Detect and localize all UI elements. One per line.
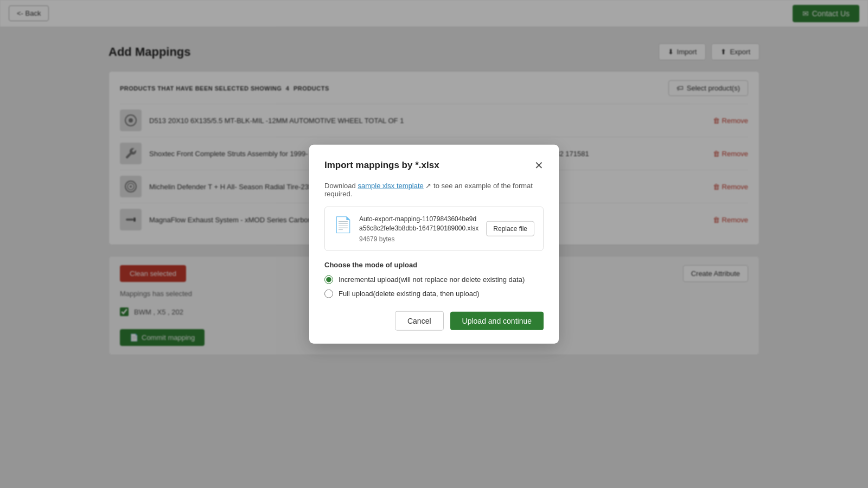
- modal-close-button[interactable]: ✕: [534, 160, 544, 171]
- full-upload-label: Full upload(delete existing data, then u…: [339, 290, 479, 298]
- replace-file-button[interactable]: Replace file: [486, 221, 534, 236]
- modal-header: Import mappings by *.xlsx ✕: [324, 160, 544, 171]
- full-upload-radio[interactable]: [324, 289, 333, 298]
- cancel-button[interactable]: Cancel: [395, 311, 444, 330]
- incremental-label: Incremental upload(will not replace nor …: [339, 275, 525, 284]
- file-preview: 📄 Auto-export-mapping-11079843604be9da56…: [324, 207, 544, 251]
- import-modal: Import mappings by *.xlsx ✕ Download sam…: [309, 145, 559, 344]
- modal-footer: Cancel Upload and continue: [324, 311, 544, 330]
- incremental-upload-option[interactable]: Incremental upload(will not replace nor …: [324, 275, 544, 284]
- file-size: 94679 bytes: [359, 235, 480, 242]
- modal-title: Import mappings by *.xlsx: [324, 160, 439, 171]
- full-upload-option[interactable]: Full upload(delete existing data, then u…: [324, 289, 544, 298]
- incremental-radio[interactable]: [324, 275, 333, 284]
- file-icon: 📄: [334, 216, 353, 234]
- upload-mode-label: Choose the mode of upload: [324, 260, 544, 268]
- file-info: Auto-export-mapping-11079843604be9da56c8…: [359, 215, 480, 243]
- external-link-icon: ↗: [425, 182, 431, 190]
- upload-continue-button[interactable]: Upload and continue: [450, 311, 544, 330]
- file-name: Auto-export-mapping-11079843604be9da56c8…: [359, 215, 480, 233]
- modal-description: Download sample xlsx template ↗ to see a…: [324, 182, 544, 198]
- template-link[interactable]: sample xlsx template: [358, 182, 423, 190]
